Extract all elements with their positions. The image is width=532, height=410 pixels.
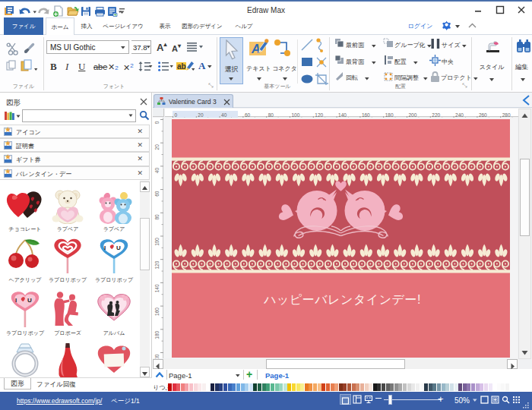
svg-text:I: I: [104, 244, 106, 251]
svg-text:60: 60: [154, 191, 160, 197]
svg-text:0: 0: [175, 112, 178, 118]
svg-text:140: 140: [154, 284, 160, 292]
svg-text:180: 180: [154, 330, 160, 339]
svg-text:200: 200: [154, 354, 160, 358]
svg-text:ハッピーバレンタインデー!: ハッピーバレンタインデー!: [263, 293, 421, 306]
svg-text:I: I: [15, 297, 17, 304]
svg-text:A: A: [251, 43, 261, 55]
svg-text:60: 60: [245, 112, 251, 118]
svg-text:160: 160: [154, 308, 160, 316]
svg-text:160: 160: [362, 112, 370, 118]
svg-text:200: 200: [409, 112, 417, 118]
svg-text:U: U: [27, 297, 32, 304]
svg-text:0: 0: [154, 121, 160, 124]
svg-text:220: 220: [432, 112, 440, 118]
svg-text:80: 80: [268, 112, 274, 118]
svg-text:120: 120: [315, 112, 323, 118]
svg-text:ab: ab: [177, 62, 186, 71]
svg-text:20: 20: [154, 144, 160, 150]
svg-text:80: 80: [154, 214, 160, 220]
svg-text:100: 100: [154, 238, 160, 246]
svg-text:180: 180: [385, 112, 394, 118]
svg-text:U: U: [116, 244, 121, 251]
svg-text:20: 20: [198, 112, 204, 118]
svg-text:100: 100: [292, 112, 300, 118]
svg-text:40: 40: [154, 168, 160, 174]
svg-text:40: 40: [221, 112, 227, 118]
svg-text:120: 120: [154, 260, 160, 269]
svg-text:140: 140: [338, 112, 347, 118]
svg-text:240: 240: [455, 112, 464, 118]
svg-text:280: 280: [502, 112, 511, 118]
svg-text:260: 260: [479, 112, 487, 118]
